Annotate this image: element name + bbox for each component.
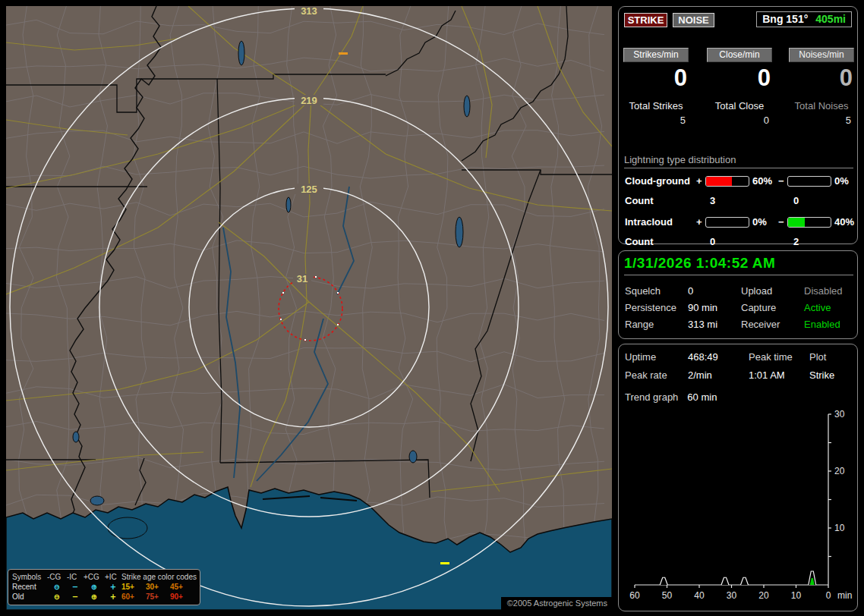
noises-per-min-button[interactable]: Noises/min xyxy=(789,48,854,62)
cg-minus-pct: 0% xyxy=(834,175,849,187)
noise-button[interactable]: NOISE xyxy=(673,13,714,27)
trend-graph: 6050403020100min102030 xyxy=(619,344,859,612)
map-canvas: 313 219 125 31 xyxy=(6,6,612,610)
old-ic-strike xyxy=(440,562,449,564)
trend-peak xyxy=(660,577,667,585)
cg-plus-pct: 60% xyxy=(752,175,772,187)
legend-symbol-2: ⊕ xyxy=(84,582,105,592)
intracloud-count-row: Count 0 2 xyxy=(619,236,857,247)
close-per-min-value: 0 xyxy=(707,64,772,93)
datetime-display: 1/31/2026 1:04:52 AM xyxy=(624,255,853,275)
legend-age-0: 15+ xyxy=(121,582,146,592)
highway-31-label: 31 xyxy=(297,273,307,284)
svg-text:30: 30 xyxy=(834,409,845,420)
bearing-value: Bng 151° xyxy=(762,13,808,25)
legend-header-pcg: +CG xyxy=(84,572,105,582)
cg-plus-bar xyxy=(705,176,749,187)
bearing-readout: Bng 151°405mi xyxy=(756,11,852,27)
ic-plus-count: 0 xyxy=(710,236,715,247)
cloud-ground-label: Cloud-ground xyxy=(625,175,690,187)
cloud-ground-count-row: Count 3 0 xyxy=(619,195,857,206)
strikes-column: Strikes/min 0 Total Strikes 5 xyxy=(623,48,689,126)
svg-text:10: 10 xyxy=(791,590,802,601)
close-per-min-button[interactable]: Close/min xyxy=(707,48,772,62)
close-column: Close/min 0 Total Close 0 xyxy=(707,48,772,126)
receiver-label: Receiver xyxy=(741,319,804,330)
svg-text:10: 10 xyxy=(834,523,845,533)
legend-row-label: Recent xyxy=(12,582,47,592)
cg-plus-count: 3 xyxy=(710,195,715,206)
cg-minus-count: 0 xyxy=(793,195,799,206)
legend-symbol-1: − xyxy=(67,582,84,592)
upload-value: Disabled xyxy=(804,285,853,297)
legend-header-symbols: Symbols xyxy=(12,572,47,582)
svg-text:50: 50 xyxy=(662,590,673,601)
intracloud-row: Intracloud + 0% − 40% xyxy=(619,216,857,228)
legend-age-1: 30+ xyxy=(146,582,170,592)
total-noises-value: 5 xyxy=(789,115,854,126)
svg-text:20: 20 xyxy=(758,590,769,601)
svg-text:40: 40 xyxy=(694,590,705,601)
counters-panel: STRIKE NOISE Bng 151°405mi Strikes/min 0… xyxy=(618,6,858,244)
receiver-value: Enabled xyxy=(804,319,853,330)
persistence-label: Persistence xyxy=(625,302,688,313)
copyright-text: ©2005 Astrogenic Systems xyxy=(501,597,612,610)
trend-peak xyxy=(741,577,749,585)
legend-symbol-3: + xyxy=(105,592,121,602)
range-value: 313 mi xyxy=(688,319,741,330)
squelch-value: 0 xyxy=(688,285,741,297)
minus-sign: − xyxy=(778,175,784,187)
ring-label-125: 125 xyxy=(301,184,317,195)
status-panel: 1/31/2026 1:04:52 AM Squelch 0 Upload Di… xyxy=(618,250,858,339)
capture-value: Active xyxy=(804,302,853,313)
legend-symbol-3: + xyxy=(105,582,121,592)
strikes-per-min-value: 0 xyxy=(623,64,689,93)
total-close-label: Total Close xyxy=(707,100,772,112)
legend-symbol-0: ⊖ xyxy=(47,582,67,592)
legend-header-ncg: -CG xyxy=(47,572,67,582)
status-grid: Squelch 0 Upload Disabled Persistence 90… xyxy=(625,285,853,330)
intracloud-label: Intracloud xyxy=(625,216,673,228)
legend-symbol-2: ⊕ xyxy=(84,592,105,602)
count-label: Count xyxy=(625,236,654,247)
strikes-per-min-button[interactable]: Strikes/min xyxy=(623,48,689,62)
count-label: Count xyxy=(625,195,654,206)
upload-label: Upload xyxy=(741,285,804,297)
ic-plus-pct: 0% xyxy=(752,216,767,228)
cloud-ground-row: Cloud-ground + 60% − 0% xyxy=(619,175,857,187)
plus-sign: + xyxy=(696,175,702,187)
app-window: 313 219 125 31 Symbols -CG xyxy=(0,0,864,616)
svg-text:60: 60 xyxy=(629,590,640,601)
ic-minus-pct: 40% xyxy=(834,216,854,228)
minus-sign: − xyxy=(778,216,784,228)
svg-text:min: min xyxy=(837,590,852,601)
legend-age-0: 60+ xyxy=(121,592,146,602)
ic-plus-bar xyxy=(705,217,749,228)
distribution-title: Lightning type distribution xyxy=(624,154,853,168)
legend-age-2: 90+ xyxy=(170,592,194,602)
range-label: Range xyxy=(625,319,688,330)
legend-age-2: 45+ xyxy=(170,582,194,592)
svg-text:20: 20 xyxy=(834,466,845,476)
total-strikes-label: Total Strikes xyxy=(623,100,689,112)
ic-minus-bar xyxy=(787,217,831,228)
radar-map[interactable]: 313 219 125 31 Symbols -CG xyxy=(6,6,612,610)
legend-age-title: Strike age color codes xyxy=(121,572,194,582)
legend-symbol-1: − xyxy=(67,592,84,602)
strike-button[interactable]: STRIKE xyxy=(624,13,667,27)
cg-minus-bar xyxy=(787,176,831,187)
trend-peak xyxy=(721,577,729,585)
ring-label-219: 219 xyxy=(301,95,317,106)
total-noises-label: Total Noises xyxy=(789,100,854,112)
svg-text:30: 30 xyxy=(727,590,737,601)
ring-label-313: 313 xyxy=(301,6,317,17)
distance-value: 405mi xyxy=(815,13,846,25)
legend-age-1: 75+ xyxy=(146,592,170,602)
lake-pontchartrain xyxy=(108,517,147,539)
legend-header-nic: -IC xyxy=(67,572,84,582)
noises-column: Noises/min 0 Total Noises 5 xyxy=(789,48,854,126)
legend-symbol-0: ⊖ xyxy=(47,592,67,602)
trend-panel: Uptime 468:49 Peak time Plot Peak rate 2… xyxy=(618,344,858,611)
aged-ic-strike xyxy=(339,52,348,55)
svg-text:0: 0 xyxy=(826,590,831,601)
